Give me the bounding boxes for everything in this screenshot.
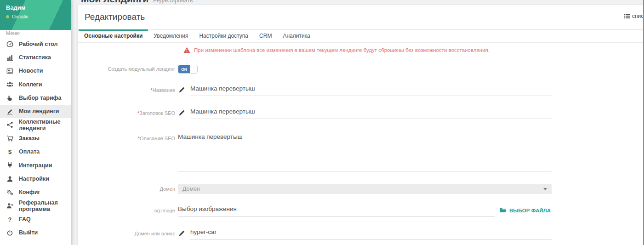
choose-file-label: ВЫБОР ФАЙЛА [509,208,551,213]
sidebar-item-orders[interactable]: Заказы [0,131,71,145]
field-row-og-image: og:image Выбор изображения ВЫБОР ФАЙЛА [84,204,552,217]
field-label: *Название [84,83,175,96]
payment-icon: $ [6,148,14,155]
modular-landing-toggle[interactable]: ON [178,65,198,74]
collective-landings-icon [6,121,14,128]
page-title: Редактировать [85,5,145,29]
my-landings-icon [6,108,14,115]
og-image-input[interactable]: Выбор изображения [178,204,495,217]
faq-icon: ? [6,216,14,223]
sidebar: Вадим Онлайн Меню Рабочий стол Статистик… [0,0,71,245]
sidebar-item-label: Выбор тарифа [19,95,61,101]
sidebar-item-collective-landings[interactable]: Коллективные лендинги [0,118,71,131]
tariff-icon [6,95,14,102]
warning-text: При изменении шаблона все изменения в ва… [194,46,490,53]
field-label: *Заголовок SEO [84,106,175,119]
sidebar-item-label: Новости [19,68,43,74]
breadcrumb: Мои лендингиРедактировать [81,0,193,5]
field-label: og:image [84,204,175,217]
tab-crm[interactable]: CRM [254,30,277,42]
user-name: Вадим [6,4,65,11]
sidebar-item-label: Мои лендинги [19,108,59,114]
tab-analytics[interactable]: Аналитика [277,30,315,42]
list-button-label: список [632,13,644,19]
edit-pencil-icon [178,83,190,96]
sidebar-item-label: Рабочий стол [19,41,57,47]
sidebar-menu: Рабочий стол Статистика Новости Коллеги … [0,37,71,239]
warning-triangle-icon [183,47,190,53]
sidebar-item-label: FAQ [19,216,31,222]
sidebar-item-logout[interactable]: Выйти [0,226,71,239]
edit-pencil-icon [178,106,190,119]
field-row-modular-landing: Создать модульный лендинг ON [84,65,552,74]
name-input[interactable]: Машинка перевертыш [190,83,552,96]
sidebar-item-settings[interactable]: Настройки [0,172,71,185]
field-row-domain: Домен Домен [84,184,552,194]
field-row-name: *Название Машинка перевертыш [84,83,552,96]
field-label: Домен или алиас [84,227,175,239]
sidebar-item-config[interactable]: Конфиг [0,186,71,199]
settings-tabs: Основные настройки Уведомления Настройки… [78,29,644,43]
field-row-domain-alias: Домен или алиас hyper-car [84,227,552,239]
domain-alias-input[interactable]: hyper-car [190,227,552,239]
editor-card: Редактировать список Основные настройки … [77,5,644,245]
sidebar-item-referral[interactable]: Реферальная программа [0,199,71,212]
sidebar-item-label: Оплата [19,148,40,155]
integrations-icon [6,162,14,169]
user-profile: Вадим Онлайн [0,0,71,30]
tab-main-settings[interactable]: Основные настройки [79,30,148,42]
logout-power-icon [6,229,14,236]
sidebar-item-label: Заказы [19,135,40,142]
domain-select-value: Домен [182,186,200,192]
news-icon [6,68,14,74]
field-label: Создать модульный лендинг [84,65,175,74]
domain-select[interactable]: Домен [178,184,552,194]
sidebar-item-label: Коллеги [19,81,42,88]
online-status-dot [6,15,9,18]
breadcrumb-subtitle: Редактировать [153,0,193,4]
dashboard-icon [6,40,14,47]
tab-notifications[interactable]: Уведомления [148,30,194,42]
orders-icon [6,135,14,142]
user-status: Онлайн [12,14,28,19]
referral-user-plus-icon [6,202,14,209]
colleagues-icon [6,81,14,88]
chevron-down-icon [543,188,547,190]
stats-icon [6,54,14,61]
sidebar-item-tariff[interactable]: Выбор тарифа [0,91,71,104]
sidebar-item-label: Интеграции [19,162,52,169]
field-label: *Описание SEO [84,131,175,171]
breadcrumb-title: Мои лендинги [81,0,148,4]
sidebar-item-statistics[interactable]: Статистика [0,51,71,64]
field-label: Домен [84,184,175,194]
seo-title-input[interactable]: Машинка перевертыш [190,106,552,119]
settings-user-icon [6,176,14,182]
sidebar-item-my-landings[interactable]: Мои лендинги [0,105,71,118]
template-warning: При изменении шаблона все изменения в ва… [183,46,490,53]
sidebar-item-label: Настройки [19,176,49,182]
sidebar-item-news[interactable]: Новости [0,64,71,78]
sidebar-item-colleagues[interactable]: Коллеги [0,78,71,91]
sidebar-item-payment[interactable]: $ Оплата [0,145,71,159]
sidebar-item-faq[interactable]: ? FAQ [0,212,71,226]
choose-file-button[interactable]: ВЫБОР ФАЙЛА [500,207,551,213]
toggle-on-label: ON [178,65,190,73]
tab-access-settings[interactable]: Настройки доступа [194,30,254,42]
field-row-seo-description: *Описание SEO Машинка перевертыш [84,131,552,171]
list-view-button[interactable]: список [624,13,644,19]
sidebar-item-dashboard[interactable]: Рабочий стол [0,37,71,51]
sidebar-item-label: Выйти [19,229,38,236]
sidebar-item-label: Реферальная программа [19,199,71,212]
toggle-handle[interactable] [190,65,197,73]
sidebar-item-label: Статистика [19,54,51,61]
config-cogs-icon [6,189,14,196]
seo-description-textarea[interactable]: Машинка перевертыш [178,131,552,171]
list-icon [624,13,630,19]
folder-icon [500,207,507,213]
menu-section-label: Меню [6,30,20,36]
sidebar-item-label: Конфиг [19,189,40,195]
edit-pencil-icon [178,227,190,239]
sidebar-item-integrations[interactable]: Интеграции [0,159,71,172]
field-row-seo-title: *Заголовок SEO Машинка перевертыш [84,106,552,119]
sidebar-item-label: Коллективные лендинги [19,119,71,131]
